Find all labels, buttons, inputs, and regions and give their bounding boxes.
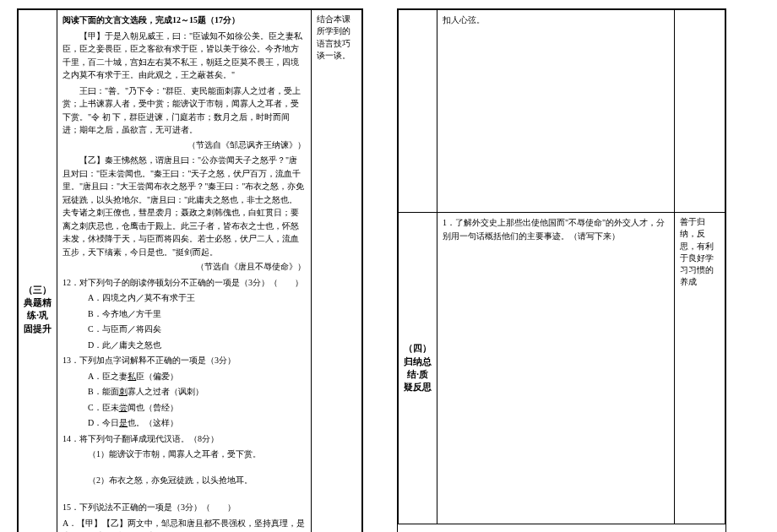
yi-passage-1: 秦王怫然怒，谓唐且曰："公亦尝闻天子之怒乎？"唐且对曰："臣未尝闻也。"秦王曰：…: [62, 155, 304, 257]
q13-option-a: A．臣之妻私臣（偏爱）: [71, 370, 306, 383]
jia-source: （节选自《邹忌讽齐王纳谏》）: [62, 139, 306, 152]
right-notes-cell: 善于归纳，反思，有利于良好学习习惯的养成: [675, 213, 725, 524]
q13-option-c: C．臣未尝闻也（曾经）: [71, 401, 306, 415]
question-13: 13．下列加点字词解释不正确的一项是（3分）: [62, 354, 306, 367]
summary-task-cell: 1．了解外交史上那些出使他国而"不辱使命"的外交人才，分别用一句话概括他们的主要…: [437, 213, 675, 524]
yi-label: 【乙】: [79, 155, 105, 165]
question-12: 12．对下列句子的朗读停顿划分不正确的一项是（3分）（ ）: [62, 276, 306, 290]
answer-blank[interactable]: [62, 489, 306, 499]
q12-option-d: D．此／庸夫之怒也: [71, 339, 306, 352]
top-left-empty: [399, 10, 437, 213]
q12-option-c: C．与臣而／将四矣: [71, 323, 306, 336]
q13-option-d: D．今日是也。（这样）: [71, 416, 306, 430]
q14-sub-1: （1）能谤议于市朝，闻寡人之耳者，受下赏。: [71, 448, 306, 461]
q12-option-a: A．四境之内／莫不有求于王: [71, 291, 306, 305]
q13-option-b: B．能面刺寡人之过者（讽刺）: [71, 385, 306, 399]
question-15: 15．下列说法不正确的一项是（3分）（ ）: [62, 501, 306, 514]
jia-passage-2: 王曰："善。"乃下令："群臣、吏民能面刺寡人之过者，受上赏；上书谏寡人者，受中赏…: [62, 84, 306, 137]
q15-option-a: A．【甲】【乙】两文中，邹忌和唐且都不畏强权，坚持真理，是古代臣子忠君爱国的代表…: [62, 517, 306, 532]
question-14: 14．将下列句子翻译成现代汉语。（8分）: [62, 432, 306, 446]
q14-sub-2: （2）布衣之怒，亦免冠徒跣，以头抢地耳。: [71, 474, 306, 487]
q12-option-b: B．今齐地／方千里: [71, 307, 306, 321]
left-notes-cell: 结合本课所学到的语言技巧谈一谈。: [312, 10, 362, 533]
top-notes-empty: [675, 10, 725, 213]
section-three-label: （三）典题精练·巩固提升: [19, 10, 57, 533]
jia-label: 【甲】: [79, 31, 105, 41]
summary-task: 1．了解外交史上那些出使他国而"不辱使命"的外交人才，分别用一句话概括他们的主要…: [443, 216, 669, 242]
answer-blank[interactable]: [62, 464, 306, 474]
yi-source: （节选自《唐且不辱使命》）: [62, 261, 306, 274]
reading-header: 阅读下面的文言文选段，完成12～15题（17分）: [62, 15, 240, 24]
continuation-cell: 扣人心弦。: [437, 10, 675, 213]
main-content-cell: 阅读下面的文言文选段，完成12～15题（17分） 【甲】于是入朝见威王，曰："臣…: [57, 10, 312, 533]
section-four-label: （四）归纳总结·质疑反思: [399, 213, 437, 524]
